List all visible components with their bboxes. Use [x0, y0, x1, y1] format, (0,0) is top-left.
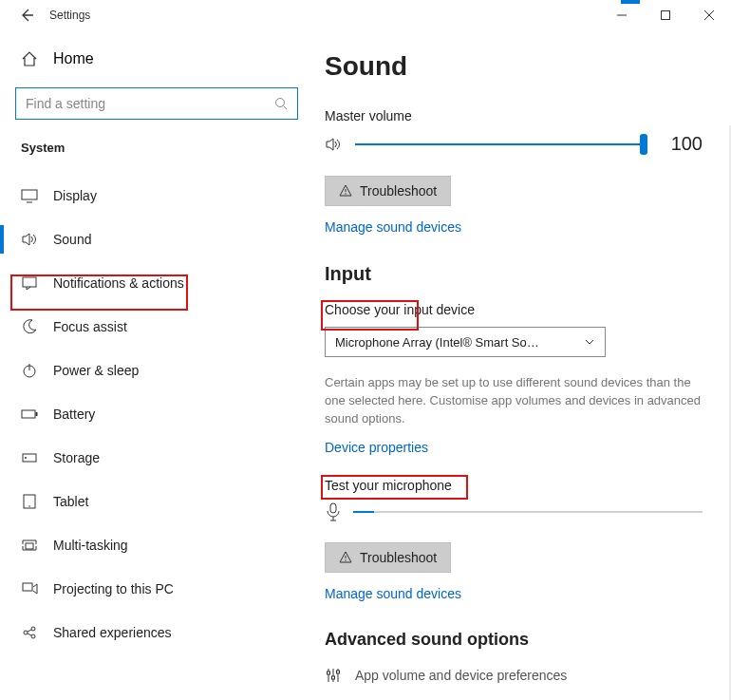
- search-icon: [274, 97, 288, 110]
- volume-slider[interactable]: [355, 143, 644, 145]
- chevron-down-icon: [584, 336, 595, 348]
- sidebar-item-focus-assist[interactable]: Focus assist: [15, 305, 298, 349]
- speaker-icon: [325, 135, 344, 154]
- mic-level-meter: [353, 511, 703, 513]
- close-button[interactable]: [687, 0, 731, 30]
- svg-point-24: [31, 627, 35, 631]
- sidebar-item-label: Notifications & actions: [53, 275, 184, 291]
- sidebar-item-shared[interactable]: Shared experiences: [15, 611, 298, 654]
- display-icon: [21, 187, 38, 204]
- minimize-button[interactable]: [600, 0, 644, 30]
- svg-rect-38: [337, 671, 340, 673]
- svg-rect-6: [23, 277, 36, 287]
- selected-indicator: [0, 225, 4, 254]
- button-label: Troubleshoot: [360, 550, 437, 565]
- warning-icon: [339, 184, 352, 198]
- titlebar: Settings: [0, 0, 731, 30]
- svg-rect-18: [26, 543, 33, 549]
- svg-point-23: [24, 631, 28, 634]
- section-header: System: [21, 141, 298, 155]
- sidebar-item-battery[interactable]: Battery: [15, 392, 298, 436]
- sidebar-item-label: Storage: [53, 450, 100, 465]
- app-prefs-label: App volume and device preferences: [355, 668, 567, 683]
- sidebar-item-label: Projecting to this PC: [53, 581, 174, 596]
- sidebar-item-label: Focus assist: [53, 319, 127, 334]
- app-volume-preferences[interactable]: App volume and device preferences: [325, 667, 703, 684]
- svg-point-32: [345, 559, 346, 560]
- search-input[interactable]: [15, 87, 298, 120]
- svg-rect-4: [22, 190, 37, 199]
- sidebar-item-label: Battery: [53, 407, 95, 422]
- button-label: Troubleshoot: [360, 183, 437, 199]
- sidebar: Home System Display Sound Notifications …: [0, 30, 313, 700]
- moon-icon: [21, 318, 38, 335]
- sidebar-item-label: Shared experiences: [53, 625, 172, 640]
- sidebar-item-multitasking[interactable]: Multi-tasking: [15, 523, 298, 567]
- slider-thumb[interactable]: [640, 134, 647, 155]
- svg-rect-1: [662, 11, 670, 20]
- svg-rect-36: [332, 676, 335, 679]
- svg-rect-22: [23, 583, 32, 591]
- home-icon: [21, 50, 38, 67]
- input-device-dropdown[interactable]: Microphone Array (Intel® Smart So…: [325, 327, 606, 357]
- sidebar-item-label: Multi-tasking: [53, 538, 128, 553]
- test-mic-label: Test your microphone: [325, 478, 703, 493]
- svg-point-12: [25, 457, 27, 459]
- svg-point-29: [345, 193, 346, 194]
- equalizer-icon: [325, 667, 342, 684]
- content-pane: Sound Master volume 100 Troubleshoot Man…: [313, 30, 731, 700]
- tablet-icon: [21, 493, 38, 510]
- battery-icon: [21, 406, 38, 423]
- troubleshoot-output-button[interactable]: Troubleshoot: [325, 176, 451, 206]
- projecting-icon: [21, 580, 38, 597]
- dropdown-value: Microphone Array (Intel® Smart So…: [335, 335, 539, 350]
- device-properties-link[interactable]: Device properties: [325, 440, 703, 455]
- sidebar-item-storage[interactable]: Storage: [15, 436, 298, 480]
- svg-rect-9: [22, 410, 35, 418]
- storage-icon: [21, 449, 38, 466]
- sidebar-item-power[interactable]: Power & sleep: [15, 349, 298, 392]
- home-button[interactable]: Home: [15, 40, 298, 78]
- sidebar-item-projecting[interactable]: Projecting to this PC: [15, 567, 298, 611]
- home-label: Home: [53, 50, 94, 67]
- sidebar-item-sound[interactable]: Sound: [15, 218, 298, 261]
- shared-icon: [21, 624, 38, 641]
- sidebar-item-label: Sound: [53, 232, 91, 247]
- power-icon: [21, 362, 38, 379]
- sidebar-item-label: Tablet: [53, 494, 88, 509]
- sidebar-item-label: Display: [53, 188, 97, 203]
- svg-rect-30: [330, 503, 336, 513]
- warning-icon: [339, 551, 352, 564]
- multitasking-icon: [21, 537, 38, 554]
- sidebar-item-notifications[interactable]: Notifications & actions: [15, 261, 298, 305]
- input-heading: Input: [325, 263, 703, 285]
- svg-line-27: [28, 634, 31, 635]
- mic-level-fill: [353, 511, 374, 513]
- manage-output-devices-link[interactable]: Manage sound devices: [325, 219, 703, 235]
- master-volume-label: Master volume: [325, 108, 703, 123]
- input-note: Certain apps may be set up to use differ…: [325, 374, 703, 428]
- sound-icon: [21, 231, 38, 248]
- sidebar-item-tablet[interactable]: Tablet: [15, 480, 298, 523]
- volume-value: 100: [655, 133, 703, 155]
- svg-rect-10: [36, 412, 38, 416]
- svg-point-2: [276, 99, 285, 107]
- sidebar-item-display[interactable]: Display: [15, 174, 298, 218]
- svg-point-14: [28, 505, 30, 507]
- choose-input-label: Choose your input device: [325, 302, 703, 317]
- svg-point-25: [31, 634, 35, 638]
- page-title: Sound: [325, 51, 703, 82]
- maximize-button[interactable]: [644, 0, 687, 30]
- svg-rect-34: [328, 672, 330, 674]
- troubleshoot-input-button[interactable]: Troubleshoot: [325, 542, 451, 573]
- manage-input-devices-link[interactable]: Manage sound devices: [325, 586, 703, 601]
- sidebar-item-label: Power & sleep: [53, 363, 139, 378]
- svg-line-26: [28, 630, 31, 632]
- search-field[interactable]: [26, 96, 274, 111]
- window-title: Settings: [49, 9, 90, 22]
- advanced-heading: Advanced sound options: [325, 630, 703, 650]
- microphone-icon: [325, 502, 342, 521]
- notifications-icon: [21, 274, 38, 292]
- back-icon[interactable]: [19, 8, 34, 23]
- svg-line-3: [284, 106, 288, 110]
